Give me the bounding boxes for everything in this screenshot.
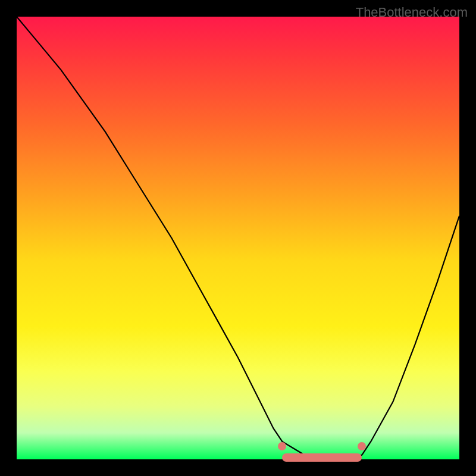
optimal-marker-left <box>278 442 286 450</box>
chart-curve-svg <box>17 17 459 459</box>
watermark-text: TheBottleneck.com <box>356 5 468 20</box>
optimal-marker-right <box>358 442 366 450</box>
chart-plot-area <box>17 17 459 459</box>
bottleneck-curve <box>17 17 459 459</box>
optimal-zone-band <box>282 453 362 462</box>
